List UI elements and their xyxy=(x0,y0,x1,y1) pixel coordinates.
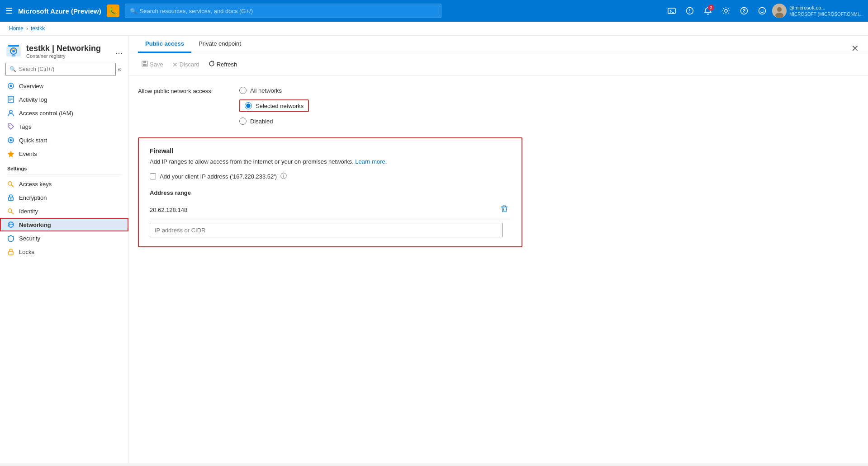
discard-button[interactable]: ✕ Discard xyxy=(169,59,203,70)
overview-icon xyxy=(7,82,14,89)
address-range-header: Address range xyxy=(150,189,511,196)
content-body: Allow public network access: All network… xyxy=(129,76,868,258)
sidebar-item-access-control[interactable]: Access control (IAM) xyxy=(0,106,128,120)
top-nav-right: 2 @microsoft.co... MICROSOFT (MICROSOFT.… xyxy=(664,3,863,19)
content-header: Public access Private endpoint xyxy=(129,36,868,53)
brand-title: Microsoft Azure (Preview) xyxy=(18,7,101,15)
sidebar-search-box[interactable]: 🔍 xyxy=(5,63,116,75)
radio-disabled[interactable]: Disabled xyxy=(239,118,309,125)
close-button[interactable]: ✕ xyxy=(851,43,859,54)
quick-start-label: Quick start xyxy=(19,137,47,144)
svg-rect-41 xyxy=(9,251,13,255)
delete-address-button[interactable] xyxy=(498,204,511,215)
notifications-icon[interactable]: 2 xyxy=(700,3,716,19)
sidebar-item-networking[interactable]: Networking xyxy=(0,218,128,231)
security-label: Security xyxy=(19,235,40,242)
tab-bar: Public access Private endpoint xyxy=(138,36,859,53)
user-tenant: MICROSOFT (MICROSOFT.ONMI... xyxy=(789,11,863,17)
search-icon: 🔍 xyxy=(130,8,137,14)
user-profile[interactable]: @microsoft.co... MICROSOFT (MICROSOFT.ON… xyxy=(772,4,863,18)
encryption-label: Encryption xyxy=(19,194,47,201)
feedback-icon[interactable] xyxy=(682,3,698,19)
learn-more-link[interactable]: Learn more. xyxy=(355,158,387,165)
save-label: Save xyxy=(150,61,163,68)
discard-label: Discard xyxy=(180,61,199,68)
sidebar-item-overview[interactable]: Overview xyxy=(0,79,128,93)
collapse-sidebar-button[interactable]: « xyxy=(116,65,123,74)
sidebar-item-tags[interactable]: Tags xyxy=(0,120,128,133)
access-keys-icon xyxy=(7,180,14,188)
save-button[interactable]: Save xyxy=(138,59,167,70)
cloud-shell-icon[interactable] xyxy=(664,3,680,19)
settings-icon[interactable] xyxy=(718,3,734,19)
toolbar: Save ✕ Discard Refresh xyxy=(129,53,868,76)
locks-icon xyxy=(7,248,14,255)
refresh-button[interactable]: Refresh xyxy=(205,59,241,70)
cidr-input[interactable] xyxy=(150,223,503,237)
svg-rect-43 xyxy=(143,61,146,63)
tags-icon xyxy=(7,123,14,130)
page-subtitle: Container registry xyxy=(26,53,101,59)
selected-networks-label: Selected networks xyxy=(256,103,304,109)
sidebar-item-events[interactable]: Events xyxy=(0,147,128,160)
sidebar-search-icon: 🔍 xyxy=(9,66,16,72)
quick-start-icon xyxy=(7,137,14,144)
svg-point-20 xyxy=(10,85,12,87)
svg-rect-0 xyxy=(668,8,675,14)
sidebar-item-identity[interactable]: Identity xyxy=(0,204,128,218)
svg-rect-44 xyxy=(143,64,147,66)
radio-all-networks-input[interactable] xyxy=(239,87,247,94)
svg-point-9 xyxy=(761,10,762,11)
svg-point-8 xyxy=(759,8,765,14)
radio-selected-networks-input[interactable] xyxy=(245,102,252,109)
overview-label: Overview xyxy=(19,83,43,89)
bug-icon[interactable]: 🐛 xyxy=(107,5,119,17)
events-label: Events xyxy=(19,151,37,157)
svg-point-26 xyxy=(9,125,10,126)
sidebar-item-access-keys[interactable]: Access keys xyxy=(0,177,128,191)
svg-point-13 xyxy=(775,13,783,18)
tab-public-access[interactable]: Public access xyxy=(138,36,191,53)
sidebar-search-input[interactable] xyxy=(19,66,112,72)
svg-line-37 xyxy=(11,212,14,214)
identity-label: Identity xyxy=(19,208,38,215)
svg-point-17 xyxy=(12,50,15,52)
user-text: @microsoft.co... MICROSOFT (MICROSOFT.ON… xyxy=(789,5,863,17)
user-email: @microsoft.co... xyxy=(789,5,863,11)
sidebar-header: testkk | Networking Container registry … xyxy=(0,36,128,63)
svg-point-12 xyxy=(777,7,782,12)
sidebar-title-block: testkk | Networking Container registry xyxy=(26,44,101,59)
access-keys-label: Access keys xyxy=(19,181,52,188)
more-options-button[interactable]: … xyxy=(115,47,123,56)
smile-icon[interactable] xyxy=(754,3,770,19)
hamburger-menu[interactable]: ☰ xyxy=(5,6,13,16)
client-ip-label: Add your client IP address ('167.220.233… xyxy=(160,173,277,180)
main-layout: testkk | Networking Container registry …… xyxy=(0,36,868,463)
radio-selected-networks[interactable]: Selected networks xyxy=(239,99,309,112)
tab-private-endpoint[interactable]: Private endpoint xyxy=(191,36,248,53)
radio-all-networks[interactable]: All networks xyxy=(239,87,309,94)
encryption-icon xyxy=(7,194,14,201)
sidebar-item-locks[interactable]: Locks xyxy=(0,245,128,259)
client-ip-checkbox[interactable] xyxy=(150,173,156,179)
svg-rect-15 xyxy=(8,45,19,47)
all-networks-label: All networks xyxy=(250,87,282,94)
sidebar-item-encryption[interactable]: Encryption xyxy=(0,191,128,204)
breadcrumb-separator: › xyxy=(26,25,28,32)
global-search-bar[interactable]: 🔍 Search resources, services, and docs (… xyxy=(125,4,441,18)
locks-label: Locks xyxy=(19,249,34,255)
sidebar-item-quick-start[interactable]: Quick start xyxy=(0,133,128,147)
networking-icon xyxy=(7,221,14,228)
radio-disabled-input[interactable] xyxy=(239,118,247,125)
access-control-icon xyxy=(7,109,14,117)
client-ip-info-icon[interactable]: ⓘ xyxy=(280,172,287,180)
help-icon[interactable] xyxy=(736,3,752,19)
content-area: ✕ Public access Private endpoint Save ✕ … xyxy=(129,36,868,463)
sidebar-item-activity-log[interactable]: Activity log xyxy=(0,93,128,106)
breadcrumb-home[interactable]: Home xyxy=(9,25,24,32)
address-value: 20.62.128.148 xyxy=(150,207,498,213)
breadcrumb-resource[interactable]: testkk xyxy=(31,25,45,32)
sidebar-item-security[interactable]: Security xyxy=(0,231,128,245)
radio-group: All networks Selected networks Disabled xyxy=(239,87,309,125)
networking-label: Networking xyxy=(19,221,51,228)
